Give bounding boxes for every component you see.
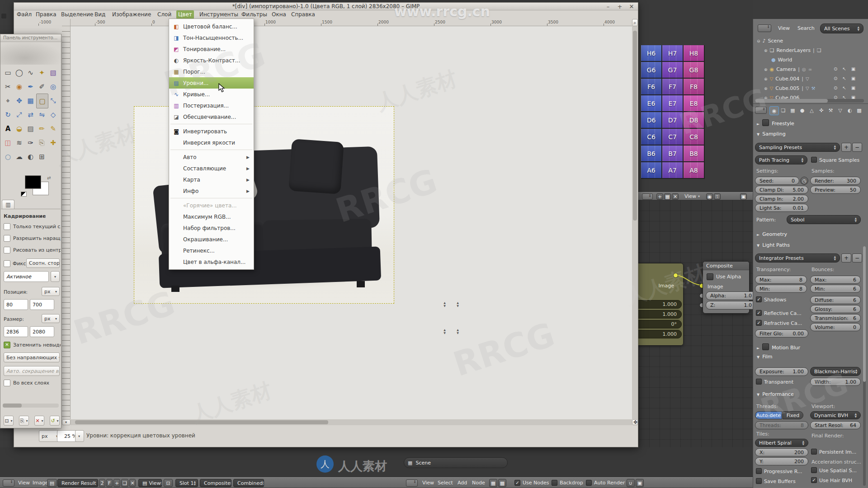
pass-select[interactable]: Combined▲▼ (233, 479, 264, 487)
menu-item-map[interactable]: Карта▶ (169, 174, 254, 185)
plus-icon[interactable]: + (656, 193, 663, 200)
outliner-row-cube004[interactable]: ⊕▽Cube.004|▽ (764, 76, 809, 82)
menu-item-curves[interactable]: ∿Кривые... (169, 89, 254, 100)
tool-airbrush[interactable]: ≋ (14, 136, 25, 150)
menu-item-color-balance[interactable]: ◧Цветовой баланс... (169, 21, 254, 32)
tool-move[interactable]: ✥ (14, 94, 25, 108)
tool-heal[interactable]: ✚ (47, 136, 59, 150)
default-colors-icon[interactable] (21, 192, 27, 197)
users-count-button[interactable]: 2 (99, 479, 105, 487)
menu-edit[interactable]: Правка (34, 10, 58, 19)
node-node-menu[interactable]: Node (472, 480, 485, 486)
tool-smudge[interactable]: ☁ (14, 150, 25, 164)
option-expand-from-center[interactable]: Рисовать из центра (4, 247, 61, 253)
reflective-caustics-checkbox[interactable] (756, 310, 762, 316)
tool-foreground-select[interactable]: ◉ (14, 80, 25, 94)
compositing-icon[interactable]: ▦ (489, 479, 497, 487)
menu-tools[interactable]: Инструменты (198, 10, 240, 19)
tile-order-select[interactable]: Hilbert Spiral▲▼ (755, 439, 808, 447)
render-icon[interactable]: ▣ (636, 479, 644, 487)
preview-samples-field[interactable]: Preview:50 (810, 186, 861, 194)
tab-modifiers[interactable]: ⚒ (826, 106, 835, 114)
panel-light-paths[interactable]: Light Paths (757, 242, 790, 248)
bounces-max-field[interactable]: Max:6 (810, 276, 861, 284)
option-fixed[interactable]: Фикс.: (4, 260, 29, 267)
option-allow-growing[interactable]: Разрешить наращивание (4, 235, 61, 242)
menu-layer[interactable]: Слой (156, 10, 173, 19)
tab-texture[interactable]: ▩ (855, 106, 863, 114)
use-nodes-checkbox[interactable] (514, 480, 520, 486)
clamp-direct-field[interactable]: Clamp Di:5.00 (755, 186, 808, 194)
panel-geometry[interactable]: Geometry (757, 231, 787, 237)
tab-render[interactable]: ◉ (769, 106, 779, 115)
bounces-min-field[interactable]: Min:6 (810, 285, 861, 293)
tool-paths[interactable]: ✒ (25, 80, 36, 94)
tool-select-by-color[interactable]: ▧ (47, 66, 59, 80)
quick-mask-button[interactable] (62, 419, 71, 425)
option-highlight[interactable]: Затемнить невыделенное (4, 342, 61, 348)
hair-bvh-checkbox[interactable] (811, 477, 817, 483)
tool-ellipse-select[interactable]: ◯ (14, 66, 25, 80)
outliner-display-mode[interactable]: All Scenes▲▼ (820, 23, 863, 33)
menu-item-value-invert[interactable]: Инверсия яркости (169, 137, 254, 148)
transparency-max-field[interactable]: Max:8 (755, 276, 807, 284)
composite-node-header[interactable]: Composite (703, 262, 749, 270)
transparency-min-field[interactable]: Min:8 (755, 285, 807, 293)
tool-clone[interactable]: ⎘ (36, 136, 47, 150)
preset-add-button[interactable]: + (841, 253, 851, 263)
preset-add-button[interactable]: + (841, 143, 851, 152)
close-button[interactable]: ✕ (627, 4, 636, 10)
tool-rotate[interactable]: ↻ (2, 108, 14, 122)
expand-icon[interactable]: ⊕ (764, 67, 768, 72)
transparent-checkbox[interactable] (756, 379, 762, 385)
tool-rect-select[interactable]: ▭ (2, 66, 14, 80)
node-view-menu[interactable]: View (422, 480, 434, 486)
scene-field[interactable]: ▦Scene (404, 457, 508, 468)
tool-free-select[interactable]: ∿ (25, 66, 36, 80)
tab-scene[interactable]: ▦ (788, 106, 797, 114)
tool-gradient[interactable]: ▨ (25, 122, 36, 136)
pivot-button[interactable]: ⊡ (164, 479, 173, 487)
tool-crop[interactable]: ▢ (36, 94, 48, 108)
tab-constraints[interactable]: ✜ (817, 106, 826, 114)
tool-ink[interactable]: ✑ (25, 136, 36, 150)
editor-type-button[interactable] (642, 193, 653, 200)
persistent-images-checkbox[interactable] (811, 449, 817, 455)
backdrop-checkbox[interactable] (552, 480, 557, 486)
tab-world[interactable]: ● (798, 106, 807, 114)
tab-data[interactable]: ▽ (836, 106, 844, 114)
menu-windows[interactable]: Окна (270, 10, 288, 19)
option-all-layers[interactable]: Во всех слоях (4, 380, 61, 386)
render-icon[interactable]: ▣ (740, 193, 747, 200)
toolbox-scrollbar[interactable] (3, 404, 59, 408)
viewport-view-menu[interactable]: View (684, 193, 696, 199)
menu-item-levels[interactable]: ▤Уровни... (169, 77, 254, 89)
panel-sampling[interactable]: Sampling (757, 131, 786, 137)
expand-icon[interactable]: ⊕ (764, 77, 768, 81)
use-alpha-checkbox[interactable] (707, 273, 713, 280)
image-datablock-field[interactable]: Render Result (57, 479, 98, 487)
properties-scrollbar[interactable] (863, 246, 866, 486)
texture-icon[interactable]: ▩ (498, 479, 506, 487)
restrict-icons[interactable]: ⊙↖▣ (834, 76, 860, 81)
menu-item-info[interactable]: Инфо▶ (169, 185, 254, 197)
menu-item-auto[interactable]: Авто▶ (169, 151, 254, 163)
tab-object[interactable]: △ (807, 106, 816, 114)
menu-file[interactable]: Файл (15, 10, 33, 19)
panel-film[interactable]: Film (757, 354, 773, 360)
guides-select[interactable]: Без направляющих (4, 352, 60, 362)
minimize-button[interactable]: – (604, 4, 612, 10)
expand-icon[interactable]: ⊕ (764, 86, 768, 91)
node-select-menu[interactable]: Select (438, 480, 453, 486)
grid-icon[interactable]: ▦ (664, 193, 671, 200)
position-unit-select[interactable]: px (42, 287, 60, 296)
threads-auto-toggle[interactable]: Auto-dete (755, 411, 782, 419)
horizontal-scrollbar[interactable] (71, 419, 632, 425)
outliner-row-renderlayers[interactable]: ⊕❏RenderLayers|❏ (764, 47, 821, 53)
editor-type-button[interactable] (406, 479, 418, 487)
outliner-row-camera[interactable]: ⊕◉Camera|◎∞ (764, 66, 812, 72)
camera-icon[interactable]: ◉ (706, 193, 713, 200)
pattern-select[interactable]: Sobol▲▼ (787, 215, 861, 224)
menu-item-filter-pack[interactable]: Набор фильтров... (169, 222, 254, 234)
viewport-bvh-select[interactable]: Dynamic BVH▲▼ (810, 411, 861, 419)
